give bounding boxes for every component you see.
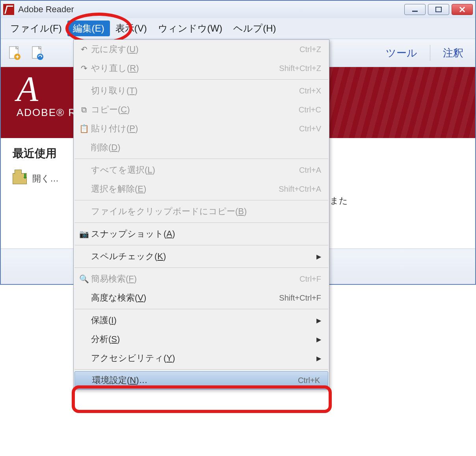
menu-edit[interactable]: 編集(E): [67, 21, 110, 36]
maximize-button[interactable]: [428, 4, 449, 15]
camera-icon: 📷: [77, 229, 91, 239]
menu-separator: [74, 159, 328, 159]
menu-separator: [74, 245, 328, 245]
menu-item-select-all: すべてを選択(L) Ctrl+A: [74, 161, 329, 179]
menu-item-paste: 📋 貼り付け(P) Ctrl+V: [74, 119, 329, 138]
close-button[interactable]: [452, 4, 473, 15]
menu-item-copy-file-to-clipboard: ファイルをクリップボードにコピー(B): [74, 202, 329, 221]
toolbar-separator: [430, 45, 430, 61]
submenu-arrow-icon: ▶: [316, 253, 321, 260]
minimize-button[interactable]: [404, 4, 426, 15]
adobe-reader-icon: [3, 4, 14, 15]
svg-rect-0: [412, 11, 418, 12]
search-icon: 🔍: [77, 274, 91, 284]
menubar: ファイル(F) 編集(E) 表示(V) ウィンドウ(W) ヘルプ(H): [1, 18, 475, 39]
menu-item-copy: ⧉ コピー(C) Ctrl+C: [74, 100, 329, 119]
menu-item-cut: 切り取り(T) Ctrl+X: [74, 81, 329, 100]
menu-help[interactable]: ヘルプ(H): [228, 21, 281, 36]
menu-item-snapshot[interactable]: 📷 スナップショット(A): [74, 224, 329, 243]
comment-button[interactable]: 注釈: [436, 44, 470, 62]
menu-separator: [74, 79, 328, 80]
menu-item-undo: ↶ 元に戻す(U) Ctrl+Z: [74, 40, 329, 59]
svg-point-5: [37, 54, 43, 60]
create-pdf-icon[interactable]: [6, 44, 23, 62]
menu-view[interactable]: 表示(V): [110, 21, 152, 36]
svg-rect-1: [436, 7, 441, 12]
copy-icon: ⧉: [77, 105, 91, 114]
menu-separator: [74, 267, 328, 268]
menu-item-redo: ↷ やり直し(R) Shift+Ctrl+Z: [74, 59, 329, 78]
window-title: Adobe Reader: [18, 4, 74, 15]
paste-icon: 📋: [77, 124, 91, 133]
undo-icon: ↶: [77, 45, 91, 54]
menu-separator: [74, 222, 328, 223]
edit-menu-dropdown: ↶ 元に戻す(U) Ctrl+Z ↷ やり直し(R) Shift+Ctrl+Z …: [73, 39, 329, 285]
convert-pdf-icon[interactable]: [28, 44, 46, 62]
menu-item-delete: 削除(D): [74, 138, 329, 157]
folder-open-icon: ⬇: [13, 173, 27, 184]
menu-item-find: 🔍 簡易検索(F) Ctrl+F: [74, 269, 329, 285]
redo-icon: ↷: [77, 64, 91, 73]
tools-button[interactable]: ツール: [379, 44, 424, 62]
open-label: 開く…: [32, 173, 59, 185]
menu-item-spellcheck[interactable]: スペルチェック(K) ▶: [74, 247, 329, 266]
menu-separator: [74, 200, 328, 200]
menu-file[interactable]: ファイル(F): [5, 21, 67, 36]
titlebar: Adobe Reader: [1, 1, 475, 18]
menu-item-deselect: 選択を解除(E) Shift+Ctrl+A: [74, 179, 329, 198]
menu-window[interactable]: ウィンドウ(W): [152, 21, 228, 36]
